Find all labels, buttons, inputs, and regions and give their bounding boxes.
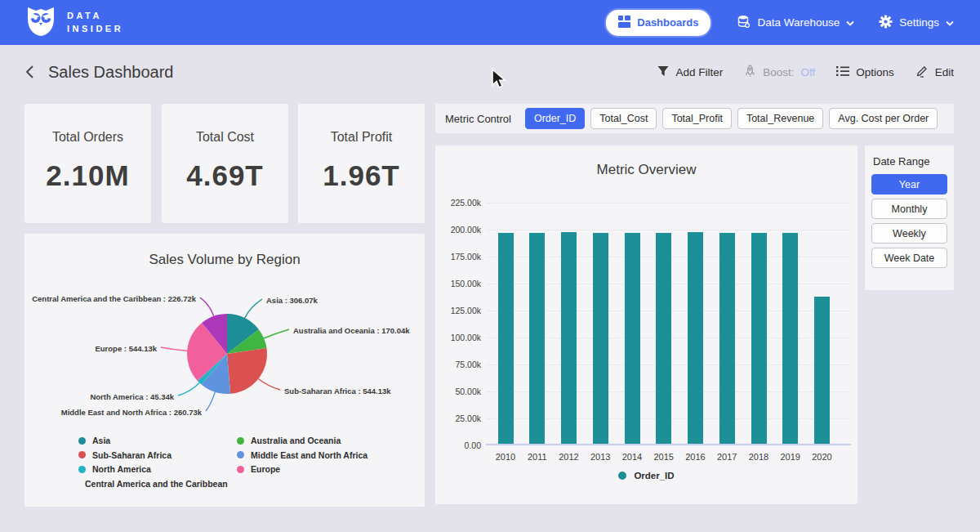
gridline xyxy=(486,203,851,203)
legend-item-australia-and-oceania[interactable]: Australia and Oceania xyxy=(237,436,368,445)
pie-leader-line xyxy=(178,382,199,396)
bar-2019[interactable] xyxy=(782,233,798,444)
x-tick-label: 2012 xyxy=(553,452,586,462)
metric-option-avg-cost-per-order[interactable]: Avg. Cost per Order xyxy=(829,108,938,129)
y-tick-label: 50.00k xyxy=(437,387,481,396)
gear-icon xyxy=(879,15,893,31)
pie-label: Asia : 306.07k xyxy=(266,296,318,305)
pie-label: Sub-Saharan Africa : 544.13k xyxy=(284,387,391,396)
bar-2017[interactable] xyxy=(719,233,735,444)
legend-dot xyxy=(78,466,86,473)
nav-dashboards-label: Dashboards xyxy=(637,16,698,29)
chevron-down-icon xyxy=(846,16,854,29)
boost-toggle[interactable]: Boost: Off xyxy=(744,65,815,80)
nav-data-warehouse-label: Data Warehouse xyxy=(757,16,840,29)
kpi-card-total-profit: Total Profit 1.96T xyxy=(298,104,425,223)
y-tick-label: 150.00k xyxy=(437,279,481,288)
legend-label: Asia xyxy=(92,436,110,445)
metric-option-order-id[interactable]: Order_ID xyxy=(525,108,585,129)
bar-2018[interactable] xyxy=(751,233,767,444)
add-filter-button[interactable]: Add Filter xyxy=(657,65,723,79)
pie-label: North America : 45.34k xyxy=(90,392,174,401)
dashboards-grid-icon xyxy=(618,16,630,30)
pie-slice-sub-saharan-africa[interactable] xyxy=(227,348,267,394)
kpi-card-total-orders: Total Orders 2.10M xyxy=(24,104,151,223)
bar-2014[interactable] xyxy=(625,233,640,444)
legend-item-sub-saharan-africa[interactable]: Sub-Saharan Africa xyxy=(78,450,214,460)
bar-2011[interactable] xyxy=(529,233,545,444)
brand: DATA INSIDER xyxy=(24,6,123,40)
pencil-icon xyxy=(915,65,929,80)
x-tick-label: 2018 xyxy=(742,452,775,462)
brand-text: DATA INSIDER xyxy=(67,10,123,36)
bar-2016[interactable] xyxy=(688,232,703,444)
x-tick-label: 2010 xyxy=(489,452,522,462)
nav-data-warehouse[interactable]: Data Warehouse xyxy=(737,15,854,31)
y-tick-label: 25.00k xyxy=(437,414,481,423)
legend-item-asia[interactable]: Asia xyxy=(78,436,214,445)
bar-2013[interactable] xyxy=(593,233,608,444)
y-tick-label: 175.00k xyxy=(437,252,481,262)
pie-leader-line xyxy=(264,329,289,338)
legend-dot xyxy=(237,466,244,473)
bar-2012[interactable] xyxy=(561,232,577,444)
kpi-card-total-cost: Total Cost 4.69T xyxy=(162,104,288,223)
legend-item-middle-east-and-north-africa[interactable]: Middle East and North Africa xyxy=(237,450,368,460)
y-tick-label: 225.00k xyxy=(437,198,481,208)
nav-dashboards-button[interactable]: Dashboards xyxy=(604,8,712,38)
x-tick-label: 2019 xyxy=(774,452,807,462)
legend-dot xyxy=(237,451,244,458)
pie-leader-line xyxy=(206,392,215,411)
y-tick-label: 75.00k xyxy=(437,360,481,369)
legend-label: Australia and Oceania xyxy=(251,436,341,445)
options-button[interactable]: Options xyxy=(836,65,894,79)
date-range-year[interactable]: Year xyxy=(871,174,947,194)
filter-icon xyxy=(657,65,669,79)
x-tick-label: 2017 xyxy=(710,452,743,462)
nav-settings-label: Settings xyxy=(899,16,939,29)
metric-control-label: Metric Control xyxy=(445,113,511,125)
legend-label: Order_ID xyxy=(634,471,674,481)
pie-label: Central America and the Caribbean : 226.… xyxy=(32,294,197,303)
back-button[interactable] xyxy=(24,64,35,80)
legend-item-europe[interactable]: Europe xyxy=(237,464,368,474)
legend-dot xyxy=(78,451,86,458)
pie-leader-line xyxy=(200,297,214,316)
chevron-down-icon xyxy=(946,16,954,29)
date-range-week-date[interactable]: Week Date xyxy=(871,248,947,268)
legend-dot xyxy=(237,437,244,445)
metric-control-strip: Metric Control Order_IDTotal_CostTotal_P… xyxy=(435,104,954,133)
legend-item-north-america[interactable]: North America xyxy=(78,464,214,474)
page-title: Sales Dashboard xyxy=(48,63,173,82)
pie-leader-line xyxy=(258,379,280,391)
metric-option-total-cost[interactable]: Total_Cost xyxy=(590,108,657,129)
date-range-card: Date Range YearMonthlyWeeklyWeek Date xyxy=(865,145,954,290)
legend-label: Central America and the Caribbean xyxy=(85,479,228,489)
metric-option-total-revenue[interactable]: Total_Revenue xyxy=(737,108,823,129)
kpi-value: 4.69T xyxy=(162,159,288,192)
metric-option-total-profit[interactable]: Total_Profit xyxy=(662,108,732,129)
kpi-label: Total Profit xyxy=(298,130,425,145)
legend-label: North America xyxy=(92,464,151,474)
legend-dot xyxy=(78,437,86,445)
boost-state: Off xyxy=(800,66,815,78)
x-tick-label: 2013 xyxy=(584,452,617,462)
bar-2020[interactable] xyxy=(814,297,830,444)
date-range-weekly[interactable]: Weekly xyxy=(871,223,947,244)
sales-volume-card: Sales Volume by Region Asia : 306.07kAus… xyxy=(24,234,425,507)
sub-header: Sales Dashboard Add Filter Boost: Off xyxy=(0,45,980,99)
gridline xyxy=(486,230,851,230)
legend-item-central-america-and-the-caribbean[interactable]: Central America and the Caribbean xyxy=(78,479,214,489)
pie-label: Australia and Oceania : 170.04k xyxy=(293,326,410,335)
date-range-monthly[interactable]: Monthly xyxy=(871,199,947,219)
owl-logo-icon xyxy=(24,6,57,40)
kpi-label: Total Cost xyxy=(162,130,288,145)
y-tick-label: 200.00k xyxy=(437,225,481,235)
pie-leader-line xyxy=(161,347,187,351)
legend-label: Middle East and North Africa xyxy=(251,450,368,460)
legend-dot xyxy=(618,472,626,480)
edit-button[interactable]: Edit xyxy=(915,65,954,80)
bar-2010[interactable] xyxy=(498,233,514,444)
bar-2015[interactable] xyxy=(656,233,671,444)
nav-settings[interactable]: Settings xyxy=(879,15,954,31)
